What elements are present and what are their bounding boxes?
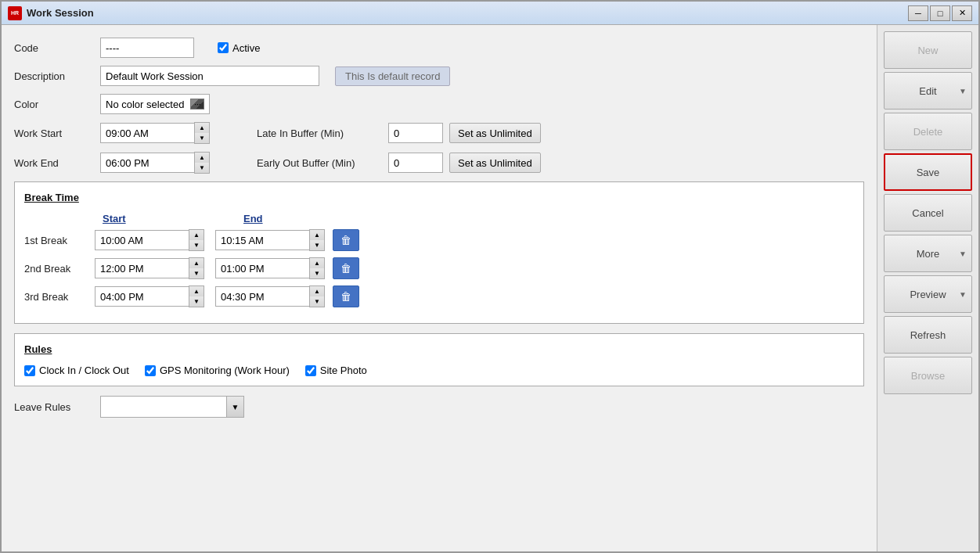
break-3-end-up[interactable]: ▲ bbox=[310, 286, 324, 296]
work-start-input[interactable] bbox=[100, 123, 194, 143]
browse-button[interactable]: Browse bbox=[884, 357, 972, 394]
description-label: Description bbox=[14, 70, 100, 82]
maximize-button[interactable]: □ bbox=[930, 5, 950, 21]
rule-2-label: GPS Monitoring (Work Hour) bbox=[160, 364, 290, 376]
rule-3-checkbox[interactable] bbox=[305, 365, 316, 376]
leave-select-container: ▼ bbox=[100, 396, 244, 418]
break-1-start-spin: ▲ ▼ bbox=[189, 229, 204, 251]
edit-button[interactable]: Edit ▼ bbox=[884, 72, 972, 110]
break-3-start-up[interactable]: ▲ bbox=[189, 286, 204, 296]
work-start-row: Work Start ▲ ▼ Late In Buffer (Min) Set … bbox=[14, 122, 864, 144]
break-3-delete-button[interactable]: 🗑 bbox=[333, 285, 359, 307]
cancel-button[interactable]: Cancel bbox=[884, 194, 972, 232]
break-start-header: Start bbox=[103, 213, 243, 224]
break-3-label: 3rd Break bbox=[24, 291, 95, 303]
break-2-end-up[interactable]: ▲ bbox=[310, 258, 324, 268]
break-1-start-input[interactable] bbox=[95, 230, 189, 250]
break-1-start-container: ▲ ▼ bbox=[95, 229, 204, 251]
default-record-badge: This Is default record bbox=[335, 66, 450, 86]
late-in-unlimited-button[interactable]: Set as Unlimited bbox=[449, 123, 541, 143]
break-2-end-down[interactable]: ▼ bbox=[310, 268, 324, 278]
break-1-start-down[interactable]: ▼ bbox=[189, 240, 204, 250]
app-icon: HR bbox=[8, 6, 22, 20]
preview-arrow-icon: ▼ bbox=[959, 290, 967, 299]
refresh-button[interactable]: Refresh bbox=[884, 316, 972, 354]
color-picker-button[interactable]: No color selected ··· bbox=[100, 94, 210, 114]
code-row: Code Active bbox=[14, 38, 864, 58]
more-button[interactable]: More ▼ bbox=[884, 235, 972, 272]
rule-2-container: GPS Monitoring (Work Hour) bbox=[145, 364, 290, 376]
leave-rules-row: Leave Rules ▼ bbox=[14, 396, 864, 418]
break-2-start-down[interactable]: ▼ bbox=[189, 268, 204, 278]
color-dots-icon[interactable]: ··· bbox=[190, 99, 204, 110]
work-end-up[interactable]: ▲ bbox=[195, 153, 209, 163]
work-start-label: Work Start bbox=[14, 127, 100, 139]
main-content: Code Active Description This Is default … bbox=[2, 25, 877, 551]
early-out-unlimited-button[interactable]: Set as Unlimited bbox=[449, 153, 541, 173]
color-value-text: No color selected bbox=[106, 99, 184, 110]
late-in-field: Late In Buffer (Min) Set as Unlimited bbox=[257, 123, 541, 143]
early-out-label: Early Out Buffer (Min) bbox=[257, 157, 382, 169]
minimize-button[interactable]: ─ bbox=[908, 5, 928, 21]
early-out-field: Early Out Buffer (Min) Set as Unlimited bbox=[257, 153, 541, 173]
active-checkbox-container: Active bbox=[218, 42, 260, 54]
preview-button[interactable]: Preview ▼ bbox=[884, 275, 972, 313]
code-input[interactable] bbox=[100, 38, 194, 58]
break-3-start-input[interactable] bbox=[95, 286, 189, 307]
window-title: Work Session bbox=[27, 7, 908, 19]
late-in-input[interactable] bbox=[388, 123, 443, 143]
break-header: Start End bbox=[24, 213, 854, 224]
break-2-delete-button[interactable]: 🗑 bbox=[333, 257, 359, 279]
more-arrow-icon: ▼ bbox=[959, 250, 967, 258]
break-3-start-spin: ▲ ▼ bbox=[189, 285, 204, 307]
work-end-input[interactable] bbox=[100, 153, 194, 173]
break-1-end-input[interactable] bbox=[215, 230, 309, 250]
work-end-label: Work End bbox=[14, 157, 100, 169]
main-window: HR Work Session ─ □ ✕ Code Active bbox=[0, 0, 980, 553]
active-label: Active bbox=[232, 42, 260, 54]
save-button[interactable]: Save bbox=[884, 153, 972, 191]
rules-panel: Rules Clock In / Clock Out GPS Monitorin… bbox=[14, 333, 864, 386]
break-3-start-down[interactable]: ▼ bbox=[189, 296, 204, 307]
new-button[interactable]: New bbox=[884, 31, 972, 69]
rule-3-container: Site Photo bbox=[305, 364, 367, 376]
work-start-down[interactable]: ▼ bbox=[195, 133, 209, 143]
late-in-label: Late In Buffer (Min) bbox=[257, 127, 382, 139]
work-start-up[interactable]: ▲ bbox=[195, 123, 209, 133]
rule-2-checkbox[interactable] bbox=[145, 365, 156, 376]
break-1-end-down[interactable]: ▼ bbox=[310, 240, 324, 250]
break-2-start-up[interactable]: ▲ bbox=[189, 258, 204, 268]
break-3-end-input[interactable] bbox=[215, 286, 309, 307]
rule-1-label: Clock In / Clock Out bbox=[39, 364, 129, 376]
trash-icon-1: 🗑 bbox=[340, 234, 351, 246]
break-row-1: 1st Break ▲ ▼ ▲ ▼ bbox=[24, 229, 854, 251]
break-time-title: Break Time bbox=[24, 192, 854, 203]
close-button[interactable]: ✕ bbox=[952, 5, 972, 21]
break-2-start-spin: ▲ ▼ bbox=[189, 257, 204, 279]
break-row-3: 3rd Break ▲ ▼ ▲ ▼ bbox=[24, 285, 854, 307]
break-1-start-up[interactable]: ▲ bbox=[189, 230, 204, 240]
leave-rules-select[interactable] bbox=[101, 397, 226, 417]
active-row: Active bbox=[218, 42, 260, 54]
work-start-spin: ▲ ▼ bbox=[194, 122, 210, 144]
break-2-start-input[interactable] bbox=[95, 258, 189, 278]
description-input[interactable] bbox=[100, 66, 319, 86]
leave-rules-label: Leave Rules bbox=[14, 401, 100, 413]
rule-3-label: Site Photo bbox=[320, 364, 367, 376]
break-row-2: 2nd Break ▲ ▼ ▲ ▼ bbox=[24, 257, 854, 279]
color-label: Color bbox=[14, 99, 100, 110]
break-1-delete-button[interactable]: 🗑 bbox=[333, 229, 359, 251]
code-label: Code bbox=[14, 42, 100, 54]
rule-1-checkbox[interactable] bbox=[24, 365, 35, 376]
break-1-end-up[interactable]: ▲ bbox=[310, 230, 324, 240]
rule-1-container: Clock In / Clock Out bbox=[24, 364, 129, 376]
leave-dropdown-icon[interactable]: ▼ bbox=[226, 397, 243, 417]
delete-button[interactable]: Delete bbox=[884, 113, 972, 150]
break-3-end-down[interactable]: ▼ bbox=[310, 296, 324, 307]
break-2-end-input[interactable] bbox=[215, 258, 309, 278]
work-end-down[interactable]: ▼ bbox=[195, 163, 209, 173]
break-1-end-container: ▲ ▼ bbox=[215, 229, 325, 251]
early-out-input[interactable] bbox=[388, 153, 443, 173]
active-checkbox[interactable] bbox=[218, 42, 229, 53]
break-3-start-container: ▲ ▼ bbox=[95, 285, 204, 307]
